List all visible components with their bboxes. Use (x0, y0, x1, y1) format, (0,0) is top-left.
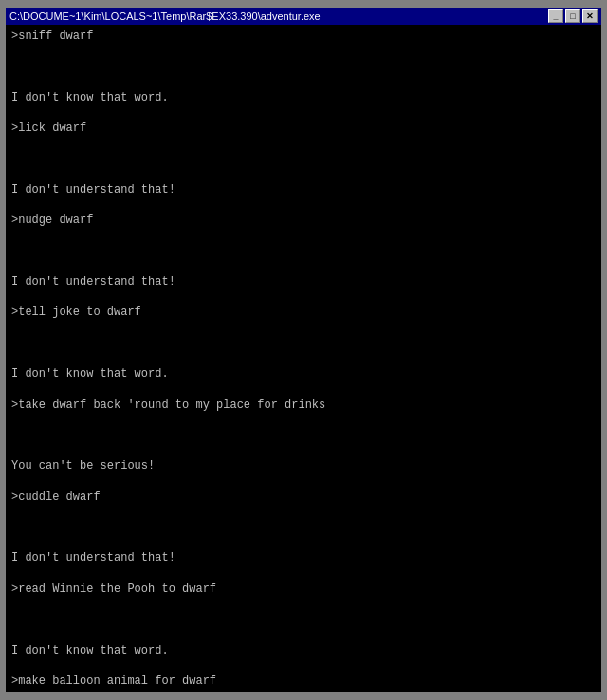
console-line: I don't understand that! (11, 274, 596, 289)
console-line: >take dwarf back 'round to my place for … (11, 397, 596, 413)
console-line: >sniff dwarf (11, 28, 596, 44)
console-line (11, 336, 596, 351)
window-title: C:\DOCUME~1\Kim\LOCALS~1\Temp\Rar$EX33.3… (9, 10, 321, 22)
console-line (11, 520, 596, 535)
console-line: >make balloon animal for dwarf (11, 673, 596, 689)
console-line (11, 244, 596, 259)
console-line: I don't know that word. (11, 643, 596, 658)
close-button[interactable]: ✕ (582, 9, 598, 23)
console-output[interactable]: >sniff dwarf I don't know that word. >li… (6, 25, 601, 692)
console-line: I don't know that word. (11, 366, 596, 381)
minimize-button[interactable]: _ (548, 9, 563, 23)
console-line (11, 152, 596, 167)
console-line: >nudge dwarf (11, 212, 596, 228)
console-line (11, 428, 596, 443)
console-line (11, 612, 596, 627)
maximize-button[interactable]: □ (565, 9, 580, 23)
title-buttons: _ □ ✕ (548, 9, 598, 23)
console-line: You can't be serious! (11, 458, 596, 473)
console-line: >cuddle dwarf (11, 489, 596, 505)
console-wrapper: >sniff dwarf I don't know that word. >li… (6, 25, 601, 692)
title-bar-left: C:\DOCUME~1\Kim\LOCALS~1\Temp\Rar$EX33.3… (9, 10, 321, 22)
console-line: I don't know that word. (11, 90, 596, 105)
console-line: >read Winnie the Pooh to dwarf (11, 581, 596, 597)
console-line: >lick dwarf (11, 120, 596, 136)
main-window: C:\DOCUME~1\Kim\LOCALS~1\Temp\Rar$EX33.3… (4, 6, 603, 694)
console-line (11, 59, 596, 74)
console-line: >tell joke to dwarf (11, 304, 596, 320)
console-line: I don't understand that! (11, 550, 596, 565)
console-line: I don't understand that! (11, 182, 596, 197)
title-bar: C:\DOCUME~1\Kim\LOCALS~1\Temp\Rar$EX33.3… (6, 8, 601, 25)
